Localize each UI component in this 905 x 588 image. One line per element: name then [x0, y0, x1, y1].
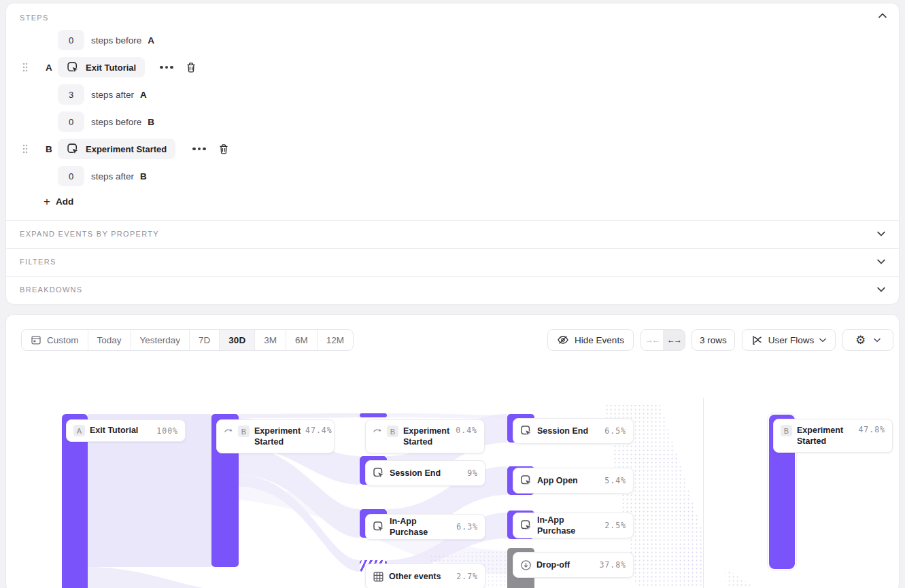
steps-after-a-row: steps afterA [6, 84, 899, 105]
date-range-6m[interactable]: 6M [286, 330, 318, 350]
step-ref-letter: A [148, 35, 154, 46]
steps-after-b-input[interactable] [58, 166, 84, 186]
step-a-event-pill[interactable]: Exit Tutorial [58, 57, 145, 77]
chevron-down-icon [877, 231, 885, 237]
add-step-label: Add [56, 196, 73, 207]
repeat-arrow-icon [373, 428, 382, 434]
drop-off-icon [520, 559, 532, 571]
node-value: 6.3% [456, 522, 478, 532]
add-step-button[interactable]: + Add [44, 196, 73, 207]
step-b-event-name: Experiment Started [86, 144, 167, 154]
drag-handle-icon[interactable] [22, 62, 29, 75]
node-value: 47.4% [305, 426, 332, 435]
step-a-row: A Exit Tutorial [6, 57, 899, 77]
event-cursor-icon [373, 467, 385, 479]
section-divider [703, 398, 704, 588]
event-cursor-icon [520, 474, 532, 487]
step-b-row: B Experiment Started [6, 139, 899, 159]
step-ref-letter: A [140, 90, 147, 100]
node-value: 9% [467, 468, 478, 478]
flow-node-card[interactable]: Drop-off 37.8% [513, 552, 634, 578]
node-value: 6.5% [604, 426, 626, 436]
flow-width-toggle: →← ←→ [641, 329, 685, 351]
flow-node-card[interactable]: Session End 9% [365, 460, 485, 486]
settings-dropdown[interactable]: ⚙ [842, 329, 893, 351]
flows-report-panel: Custom Today Yesterday 7D 30D 3M 6M 12M … [5, 314, 900, 588]
eye-off-icon [557, 334, 569, 346]
steps-after-a-input[interactable] [58, 84, 84, 105]
flow-node-card[interactable]: In-App Purchase 6.3% [365, 514, 485, 540]
steps-before-a-row: steps beforeA [6, 30, 899, 50]
flow-node-card[interactable]: Session End 6.5% [513, 418, 634, 444]
node-value: 2.7% [456, 572, 478, 581]
flow-node-card[interactable]: B Experiment Started 47.4% [216, 419, 335, 453]
step-a-letter: A [46, 63, 52, 73]
step-a-delete-button[interactable] [186, 62, 197, 73]
arrows-out-icon: ←→ [667, 335, 681, 345]
date-range-30d-selected[interactable]: 30D [220, 330, 255, 350]
steps-after-b-label: steps afterB [91, 171, 147, 181]
step-b-more-button[interactable] [192, 148, 206, 151]
step-b-delete-button[interactable] [218, 143, 229, 155]
event-cursor-icon [520, 425, 532, 437]
breakdowns-title: BREAKDOWNS [20, 286, 82, 294]
filters-title: FILTERS [20, 258, 56, 266]
node-label: Session End [390, 468, 441, 479]
expand-flows-button[interactable]: ←→ [663, 330, 685, 350]
flow-node-card[interactable]: In-App Purchase 2.5% [513, 513, 634, 538]
steps-before-b-row: steps beforeB [6, 111, 899, 132]
drag-handle-icon[interactable] [22, 143, 29, 157]
view-type-label: User Flows [768, 335, 815, 345]
steps-section-title: STEPS [20, 14, 49, 22]
view-type-dropdown[interactable]: User Flows [742, 329, 836, 351]
event-cursor-icon [520, 519, 532, 532]
node-value: 5.4% [604, 476, 626, 485]
flow-node-card[interactable]: App Open 5.4% [513, 468, 634, 494]
query-builder-panel: STEPS steps beforeA A Exit Tutorial step… [5, 3, 900, 305]
user-flows-icon [751, 334, 763, 346]
step-ref-letter: B [140, 171, 147, 181]
plus-icon: + [44, 196, 50, 207]
chevron-down-icon [819, 338, 826, 343]
chevron-down-icon [877, 287, 885, 292]
step-a-more-button[interactable] [160, 66, 173, 69]
steps-collapse-button[interactable] [878, 13, 887, 18]
steps-before-b-label: steps beforeB [91, 117, 154, 127]
collapse-flows-button[interactable]: →← [641, 330, 663, 350]
flow-node-card[interactable]: B Experiment Started 47.8% [773, 419, 893, 453]
node-label: App Open [537, 475, 578, 486]
node-value: 47.8% [858, 425, 885, 434]
flow-node-card[interactable]: A Exit Tutorial 100% [66, 419, 186, 442]
node-value: 100% [156, 426, 178, 436]
filters-section-header[interactable]: FILTERS [6, 248, 899, 275]
flow-node-card[interactable]: Other events 2.7% [365, 564, 485, 588]
breakdowns-section-header[interactable]: BREAKDOWNS [6, 276, 899, 303]
calendar-icon [31, 334, 41, 345]
hide-events-label: Hide Events [575, 335, 624, 345]
step-letter-badge: B [238, 426, 250, 437]
date-range-custom[interactable]: Custom [22, 330, 88, 350]
date-range-control: Custom Today Yesterday 7D 30D 3M 6M 12M [21, 329, 354, 351]
date-range-yesterday[interactable]: Yesterday [131, 330, 190, 350]
step-ref-letter: B [148, 117, 154, 127]
repeat-arrow-icon [224, 428, 233, 434]
node-value: 37.8% [599, 560, 626, 570]
date-range-12m[interactable]: 12M [318, 330, 353, 350]
date-range-7d[interactable]: 7D [190, 330, 220, 350]
date-range-3m[interactable]: 3M [255, 330, 286, 350]
hide-events-button[interactable]: Hide Events [547, 329, 634, 351]
node-label: Other events [389, 571, 441, 582]
node-label: Experiment Started [254, 426, 301, 448]
expand-events-section-header[interactable]: EXPAND EVENTS BY PROPERTY [6, 220, 899, 247]
node-label: Drop-off [536, 559, 570, 570]
flow-node-card[interactable]: B Experiment Started 0.4% [365, 419, 485, 453]
step-letter-badge: A [73, 425, 85, 436]
step-b-event-pill[interactable]: Experiment Started [58, 139, 175, 159]
steps-before-b-input[interactable] [58, 111, 84, 132]
steps-before-a-input[interactable] [58, 30, 84, 50]
gear-icon: ⚙ [855, 334, 866, 346]
flow-node-bar-experiment-started-2[interactable] [360, 413, 387, 417]
rows-count-button[interactable]: 3 rows [691, 329, 735, 351]
date-range-today[interactable]: Today [88, 330, 131, 350]
expand-events-title: EXPAND EVENTS BY PROPERTY [20, 230, 159, 238]
